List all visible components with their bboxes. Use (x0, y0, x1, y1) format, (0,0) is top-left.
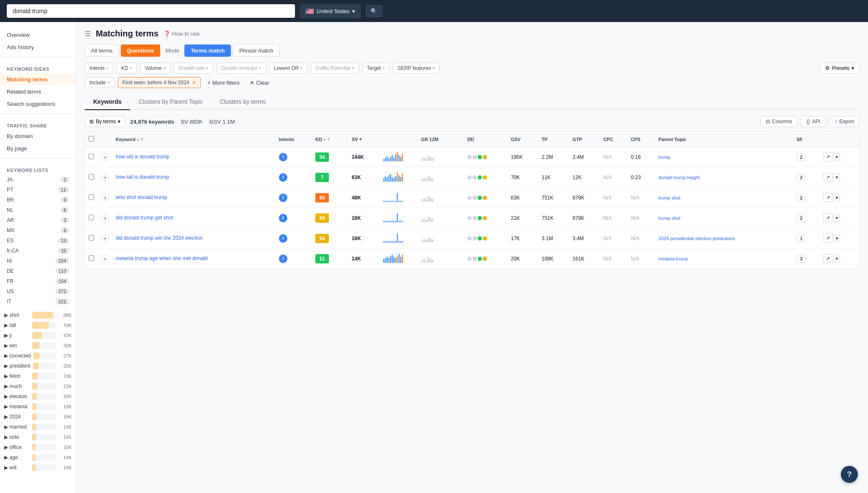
row-checkbox[interactable] (89, 255, 94, 261)
row-chevron-button[interactable]: ▾ (834, 194, 840, 202)
parent-topic-link[interactable]: 2024 presidential election predictions (659, 236, 735, 241)
add-keyword-button[interactable]: + (101, 235, 109, 242)
bar-item[interactable]: ▶ vote 16K (0, 432, 76, 442)
trend-button[interactable]: ↗ (823, 254, 833, 263)
row-checkbox[interactable] (89, 174, 94, 180)
sidebar-item-matching-terms[interactable]: Matching terms (0, 73, 76, 86)
row-checkbox[interactable] (89, 154, 94, 159)
row-chevron-button[interactable]: ▾ (834, 234, 840, 242)
sidebar-kw-item[interactable]: fr-CA15 (0, 246, 76, 256)
how-to-use-link[interactable]: ❓ How to use (164, 30, 200, 37)
sidebar-kw-item[interactable]: HI104 (0, 256, 76, 266)
columns-button[interactable]: ⊟ Columns (760, 116, 798, 127)
sidebar-kw-item[interactable]: BR9 (0, 195, 76, 205)
bar-item[interactable]: ▶ married 16K (0, 422, 76, 432)
row-chevron-button[interactable]: ▾ (834, 173, 840, 181)
bar-item[interactable]: ▶ office 15K (0, 442, 76, 452)
sidebar-item-search-suggestions[interactable]: Search suggestions (0, 98, 76, 110)
bar-item[interactable]: ▶ president 25K (0, 361, 76, 371)
content-tab-clusters-parent[interactable]: Clusters by Parent Topic (130, 94, 211, 110)
tab-phrase-match[interactable]: Phrase match (233, 44, 279, 57)
sidebar-item-related-terms[interactable]: Related terms (0, 86, 76, 98)
filter-volume[interactable]: Volume ▾ (140, 63, 170, 74)
trend-button[interactable]: ↗ (823, 152, 833, 161)
filter-include[interactable]: Include ▾ (85, 77, 114, 88)
bar-item[interactable]: ▶ election 20K (0, 391, 76, 402)
th-gsv[interactable]: GSV (507, 132, 538, 147)
th-cps[interactable]: CPS (628, 132, 655, 147)
th-tp[interactable]: TP (538, 132, 569, 147)
th-dd[interactable]: DD (464, 132, 508, 147)
more-filters-btn[interactable]: + More filters (204, 78, 243, 88)
trend-button[interactable]: ↗ (823, 213, 833, 222)
filter-lowest-dr[interactable]: Lowest DR ▾ (269, 63, 307, 74)
sidebar-kw-item[interactable]: JA2 (0, 174, 76, 185)
close-icon[interactable]: ✕ (192, 80, 196, 86)
presets-button[interactable]: ⚙ Presets ▾ (820, 63, 860, 74)
help-button[interactable]: ? (841, 466, 858, 483)
tab-all-terms[interactable]: All terms (85, 44, 119, 57)
keyword-link[interactable]: melania trump age when she met donald (116, 255, 208, 261)
add-keyword-button[interactable]: + (101, 255, 109, 263)
sidebar-kw-item[interactable]: MX6 (0, 225, 76, 235)
bar-item[interactable]: ▶ 2024 19K (0, 412, 76, 422)
parent-topic-link[interactable]: trump (659, 155, 670, 160)
tab-questions[interactable]: Questions (121, 44, 161, 57)
bar-item[interactable]: ▶ win 30K (0, 341, 76, 351)
row-checkbox[interactable] (89, 194, 94, 200)
th-intents[interactable]: Intents (275, 132, 312, 147)
clear-filters-btn[interactable]: ✕ Clear (246, 78, 273, 88)
content-tab-keywords[interactable]: Keywords (85, 94, 130, 110)
keyword-link[interactable]: did donald trump win the 2024 election (116, 235, 203, 241)
parent-topic-link[interactable]: trump shot (659, 216, 681, 221)
trend-button[interactable]: ↗ (823, 193, 833, 202)
export-button[interactable]: ↑ Export (829, 116, 860, 127)
th-kd[interactable]: KD ▲▼ (312, 132, 348, 147)
search-input[interactable] (7, 4, 295, 18)
filter-growth-forecast[interactable]: Growth forecast ▾ (217, 63, 266, 74)
search-button[interactable]: 🔍 (366, 5, 382, 17)
tab-mode[interactable]: Mode (162, 45, 183, 56)
parent-topic-link[interactable]: trump shot (659, 195, 681, 200)
keyword-link[interactable]: did donald trump get shot (116, 215, 173, 221)
th-gr12m[interactable]: GR 12M (418, 132, 464, 147)
sidebar-item-overview[interactable]: Overview (0, 29, 76, 41)
country-selector[interactable]: 🇺🇸 United States ▾ (300, 4, 361, 18)
row-checkbox[interactable] (89, 215, 94, 220)
parent-topic-link[interactable]: melania trump (659, 256, 688, 261)
sidebar-kw-item[interactable]: AR3 (0, 215, 76, 225)
th-parent-topic[interactable]: Parent Topic (655, 132, 793, 147)
content-tab-clusters-terms[interactable]: Clusters by terms (211, 94, 274, 110)
by-terms-button[interactable]: ⊞ By terms ▾ (85, 116, 125, 127)
bar-item[interactable]: ▶ jr 42K (0, 330, 76, 341)
add-keyword-button[interactable]: + (101, 194, 109, 202)
filter-target[interactable]: Target ▾ (362, 63, 389, 74)
bar-item[interactable]: ▶ much 22K (0, 381, 76, 391)
sidebar-kw-item[interactable]: US272 (0, 286, 76, 296)
filter-intents[interactable]: Intents ▾ (85, 63, 113, 74)
bar-item[interactable]: ▶ tall 70K (0, 320, 76, 330)
bar-item[interactable]: ▶ melania 19K (0, 402, 76, 412)
keyword-link[interactable]: how old is donald trump (116, 154, 170, 160)
sidebar-item-by-page[interactable]: By page (0, 142, 76, 155)
th-sf[interactable]: SF (793, 132, 820, 147)
api-button[interactable]: {} API (801, 116, 826, 127)
sidebar-kw-item[interactable]: ES13 (0, 235, 76, 246)
filter-traffic-potential[interactable]: Traffic Potential ▾ (311, 63, 359, 74)
bar-item[interactable]: ▶ felon 23K (0, 371, 76, 381)
filter-chip-first-seen[interactable]: First seen: before 4 Nov 2024 ✕ (118, 77, 201, 88)
filter-serp-features[interactable]: SERP features ▾ (393, 63, 440, 74)
bar-item[interactable]: ▶ convicted 27K (0, 351, 76, 361)
add-keyword-button[interactable]: + (101, 153, 109, 161)
parent-topic-link[interactable]: donald trump height (659, 175, 700, 180)
bar-item[interactable]: ▶ shot 88K (0, 310, 76, 320)
tab-terms-match[interactable]: Terms match (184, 44, 231, 57)
sidebar-kw-item[interactable]: DE110 (0, 266, 76, 276)
th-gtp[interactable]: GTP (569, 132, 600, 147)
sidebar-item-by-domain[interactable]: By domain (0, 130, 76, 142)
keyword-link[interactable]: who shot donald trump (116, 194, 167, 200)
menu-icon[interactable]: ☰ (85, 30, 91, 38)
sidebar-kw-item[interactable]: IT221 (0, 296, 76, 307)
add-keyword-button[interactable]: + (101, 174, 109, 181)
th-sv[interactable]: SV ▼ (348, 132, 380, 147)
